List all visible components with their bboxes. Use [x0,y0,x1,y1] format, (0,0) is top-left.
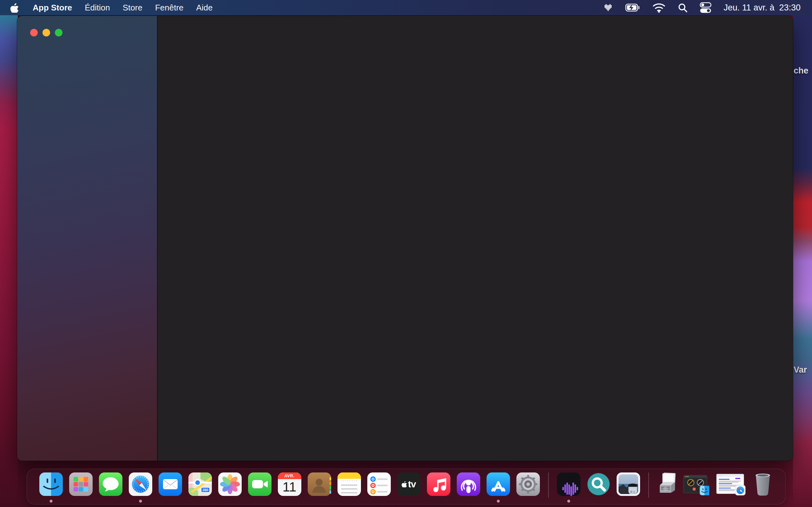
zoom-button[interactable] [55,29,62,37]
maps-route-badge: 280 [201,487,210,493]
dock-maps[interactable]: 280 [189,472,212,496]
music-icon [427,472,450,496]
trash-icon [752,472,773,496]
desktop-file-label-partial[interactable]: Var [794,365,812,375]
photos-icon [218,472,242,496]
magnifier-app-icon [587,472,610,496]
dock-system-preferences[interactable] [516,472,540,496]
window-sidebar [17,16,157,461]
tv-label: tv [408,479,416,490]
safari-icon [129,472,152,496]
dock-finder[interactable] [39,472,63,496]
spotlight-search-icon[interactable] [678,3,688,13]
battery-charging-icon[interactable] [625,2,640,13]
desktop-file-label-partial[interactable]: che [794,66,812,76]
apple-menu-icon[interactable] [10,3,19,13]
dock-calendar[interactable]: AVR. 11 [278,472,301,496]
apple-glyph [402,481,407,487]
menu-store[interactable]: Store [123,0,142,15]
traffic-lights [30,29,62,37]
calendar-icon: AVR. 11 [278,472,301,496]
dock-photos[interactable] [218,472,242,496]
clock-date: Jeu. 11 avr. à [723,3,774,13]
dock-magnifier-app[interactable] [587,472,610,496]
dock-app-store[interactable] [487,472,510,496]
running-indicator [139,500,142,503]
menu-aide[interactable]: Aide [196,0,213,15]
menu-fenetre[interactable]: Fenêtre [155,0,184,15]
disk-image-file-icon [657,472,677,496]
menu-bar-status-area: Jeu. 11 avr. à 23:30 [604,2,812,13]
dock-heart-waveform-app[interactable] [557,472,580,496]
dock-separator [548,472,549,498]
running-indicator [567,500,570,503]
desktop: che Var [0,15,812,507]
calendar-month: AVR. [278,472,301,479]
menu-app-store[interactable]: App Store [33,0,72,15]
minimized-window-dark-thumbnail [683,475,710,496]
contacts-icon [308,472,331,496]
dock-podcasts[interactable] [457,472,480,496]
dock: 280 [27,469,786,504]
control-center-icon[interactable] [700,2,711,13]
dock-facetime[interactable] [248,472,271,496]
running-indicator [497,500,500,503]
menu-bar: App Store Édition Store Fenêtre Aide [0,0,812,15]
dock-jar-app[interactable] [617,472,640,496]
menu-edition[interactable]: Édition [85,0,110,15]
finder-icon [39,472,63,496]
dock-notes[interactable] [338,472,361,496]
dock-separator [648,472,649,498]
wallpaper-left-strip [0,15,18,507]
wifi-icon[interactable] [652,2,666,13]
system-preferences-icon [516,472,540,496]
jar-app-icon [617,472,640,496]
dock-contacts[interactable] [308,472,331,496]
facetime-icon [248,472,271,496]
minimized-window-safari-thumbnail [716,474,746,496]
dock-launchpad[interactable] [69,472,93,496]
running-indicator [49,500,52,503]
dock-disk-image-file[interactable] [657,472,677,496]
dock-minimized-window-safari[interactable] [716,472,746,496]
menu-bar-clock[interactable]: Jeu. 11 avr. à 23:30 [723,3,801,13]
launchpad-icon [69,472,93,496]
calendar-day: 11 [278,479,301,495]
dock-minimized-window-dark[interactable] [683,472,710,496]
messages-icon [99,472,122,496]
apple-tv-icon: tv [397,472,420,496]
reminders-icon [367,472,391,496]
wallpaper-right-strip [793,15,812,507]
heart-waveform-icon[interactable] [604,3,613,12]
notes-icon [338,472,361,496]
mail-icon [159,472,182,496]
minimize-button[interactable] [43,29,50,37]
dock-music[interactable] [427,472,450,496]
app-store-window [17,16,793,461]
dock-safari[interactable] [129,472,152,496]
dock-messages[interactable] [99,472,122,496]
menu-bar-left: App Store Édition Store Fenêtre Aide [0,0,213,15]
dock-mail[interactable] [159,472,182,496]
podcasts-icon [457,472,480,496]
dock-trash[interactable] [752,472,773,496]
dock-apple-tv[interactable]: tv [397,472,420,496]
heart-waveform-app-icon [557,472,580,496]
clock-time: 23:30 [779,3,801,13]
window-content-empty [157,16,793,461]
app-store-icon [487,472,510,496]
close-button[interactable] [30,29,38,37]
dock-reminders[interactable] [367,472,391,496]
